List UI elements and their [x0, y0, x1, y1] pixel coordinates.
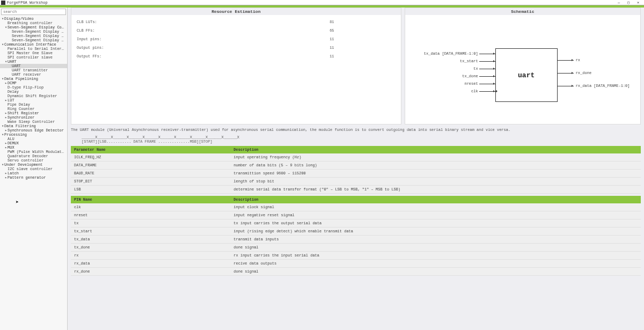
- resource-row: Output FFs:11: [77, 53, 396, 60]
- tree-item[interactable]: ▾UART: [0, 60, 67, 64]
- schematic-panel: Schematic uart tx_data [DATA_FRAME-1:0]t…: [405, 8, 641, 124]
- tree-item-label: Pipe Delay: [8, 102, 30, 107]
- tree-item[interactable]: Seven-Segment Display …: [0, 30, 67, 34]
- pin-wire: [558, 60, 574, 61]
- tree-item-label: Quadrature Decoder: [8, 154, 48, 158]
- resource-value: 11: [268, 35, 396, 43]
- tree-item[interactable]: Seven-Segment Display …: [0, 34, 67, 38]
- window-title: ForgeFPGA Workshop: [7, 1, 614, 5]
- pin-name: tx_done: [71, 244, 230, 252]
- content-area: Resource Estimation CLB LUTs:81CLB FFs:6…: [68, 8, 644, 330]
- tree-item[interactable]: ▾Processing: [0, 133, 67, 137]
- tree-item-label: D-type Flip-Flop: [8, 85, 43, 90]
- resource-row: CLB FFs:65: [77, 27, 396, 34]
- tree-item[interactable]: ▸Shift Register: [0, 111, 67, 115]
- tree-item[interactable]: SPI controller slave: [0, 55, 67, 60]
- tree-item[interactable]: Delay: [0, 90, 67, 94]
- table-row: clkinput clock signal: [71, 203, 641, 211]
- tree-item-label: Under Development: [4, 163, 42, 167]
- tree-item-label: Seven-Segment Display Co…: [8, 25, 64, 30]
- tree-item-label: UART: [12, 64, 21, 68]
- tree-item[interactable]: UART: [0, 64, 67, 68]
- tree-item[interactable]: Seven-Segment Display …: [0, 38, 67, 42]
- pin-desc: recive data outputs: [230, 260, 641, 268]
- tree-item[interactable]: UART transmitter: [0, 68, 67, 72]
- tree-item[interactable]: ALU: [0, 137, 67, 141]
- resource-name: Input pins:: [77, 35, 267, 43]
- tree-item-label: SPI Master One Slave: [8, 51, 53, 55]
- tree-item[interactable]: ▾Seven-Segment Display Co…: [0, 25, 67, 30]
- tree-item[interactable]: ▸Pattern generator: [0, 175, 67, 180]
- tree-item[interactable]: PWM (Pulse Width Modulat…: [0, 150, 67, 154]
- pin-table: PIN Name Description clkinput clock sign…: [71, 196, 641, 276]
- table-row: tx_startinput (rising edge detect) which…: [71, 228, 641, 236]
- schematic-block: uart: [495, 48, 558, 102]
- resource-value: 11: [268, 53, 396, 60]
- tree-item-label: Pattern generator: [8, 175, 46, 180]
- table-row: tx_donedone signal: [71, 244, 641, 252]
- resource-name: CLB LUTs:: [77, 18, 267, 26]
- tree-item[interactable]: ▾Communication Interface: [0, 42, 67, 47]
- minimize-button[interactable]: —: [614, 1, 624, 5]
- tree-item-label: Servo controller: [8, 158, 43, 163]
- tree-item[interactable]: ▾Display/Video: [0, 17, 67, 21]
- tree-item[interactable]: ▸Synchronous Edge Detector: [0, 128, 67, 133]
- table-row: STOP_BITlength of stop bit: [71, 178, 641, 186]
- param-header-name: Parameter Name: [71, 146, 230, 153]
- tree-item-label: Dynamic Shift Register: [8, 94, 57, 98]
- tree-item-label: Display/Video: [4, 17, 34, 21]
- tree-item[interactable]: ▾Data Pipelining: [0, 77, 67, 81]
- tree-item[interactable]: SPI Master One Slave: [0, 51, 67, 55]
- tree-item[interactable]: UART receiver: [0, 72, 67, 77]
- tree-item[interactable]: Dynamic Shift Register: [0, 94, 67, 98]
- tree-item-label: Seven-Segment Display …: [12, 34, 64, 38]
- tree-item[interactable]: I2C slave controller: [0, 167, 67, 171]
- tree-item[interactable]: ▸MUX: [0, 145, 67, 150]
- tree-item[interactable]: D-type Flip-Flop: [0, 85, 67, 90]
- pin-name: tx_data: [71, 236, 230, 244]
- tree-item[interactable]: Quadrature Decoder: [0, 154, 67, 158]
- tree-item[interactable]: Servo controller: [0, 158, 67, 163]
- pin-name: tx: [71, 219, 230, 228]
- pin-desc: transmit data inputs: [230, 236, 641, 244]
- tree-item[interactable]: ▸LUT: [0, 98, 67, 102]
- tree-item-label: Delay: [8, 90, 19, 94]
- param-name: LSB: [71, 186, 230, 194]
- pin-wire: [479, 69, 495, 69]
- tree-item[interactable]: Parallel to Serial Inter…: [0, 47, 67, 51]
- tree-item[interactable]: ▾Under Development: [0, 163, 67, 167]
- tree-item[interactable]: Wake Sleep Controller: [0, 120, 67, 124]
- app-icon: [1, 1, 5, 5]
- tree-item-label: Communication Interface: [4, 42, 56, 47]
- tree-item-label: Latch: [8, 171, 19, 175]
- tree-item-label: Wake Sleep Controller: [8, 120, 55, 124]
- pin-desc: rx input carries the input serial data: [230, 252, 641, 260]
- tree-item[interactable]: Ring Counter: [0, 107, 67, 111]
- tree-item[interactable]: ▸Synchronizer: [0, 115, 67, 120]
- param-desc: number of data bits (5 – 9 bits long): [230, 162, 641, 170]
- param-desc: transmittion speed 9600 – 115200: [230, 170, 641, 178]
- table-row: tx_datatransmit data inputs: [71, 236, 641, 244]
- close-button[interactable]: ✕: [633, 1, 643, 5]
- pin-header-desc: Description: [230, 196, 641, 203]
- clock-triangle-icon: [495, 90, 497, 93]
- resource-header: Resource Estimation: [71, 8, 401, 15]
- tree-item[interactable]: ▸DCMP: [0, 81, 67, 85]
- maximize-button[interactable]: ▢: [624, 1, 633, 5]
- tree-item[interactable]: ▸Latch: [0, 171, 67, 175]
- pin-label-right: rx_done: [576, 71, 591, 75]
- tree-item[interactable]: Pipe Delay: [0, 102, 67, 107]
- search-input[interactable]: [1, 9, 66, 15]
- tree-item-label: PWM (Pulse Width Modulat…: [8, 150, 64, 154]
- tree-item-label: Parallel to Serial Inter…: [8, 47, 64, 51]
- tree-item-label: DCMP: [8, 81, 17, 85]
- tree-item[interactable]: ▾Data Filtering: [0, 124, 67, 128]
- tree-item-label: UART transmitter: [12, 68, 48, 72]
- tree-item-label: Breathing controller: [8, 21, 53, 25]
- block-name: uart: [496, 71, 557, 79]
- tree-item-label: Seven-Segment Display …: [12, 30, 64, 34]
- pin-label-left: tx_start: [460, 59, 478, 63]
- tree-item[interactable]: ▸DEMUX: [0, 141, 67, 145]
- tree-item[interactable]: Breathing controller: [0, 21, 67, 25]
- pin-label-left: tx: [473, 67, 478, 71]
